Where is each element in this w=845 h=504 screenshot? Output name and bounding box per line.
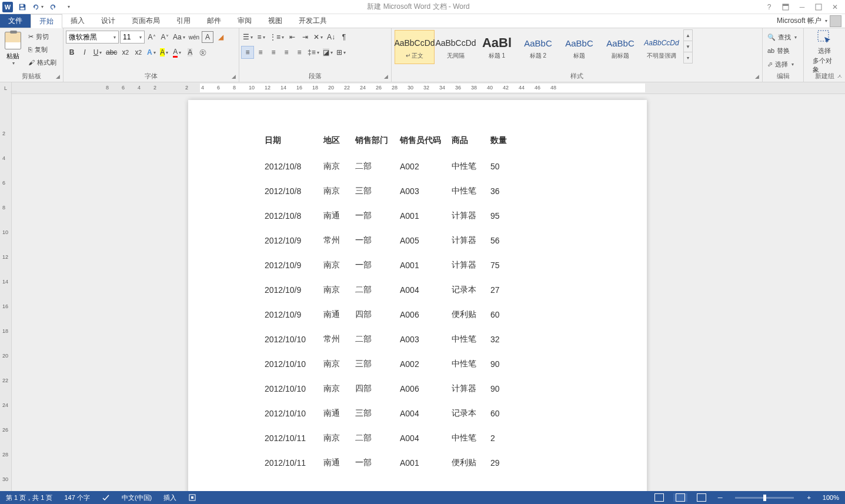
enclose-char-button[interactable]: ㊛ <box>197 46 209 58</box>
bold-button[interactable]: B <box>66 46 78 58</box>
text-direction-button[interactable]: ✕▾ <box>312 31 324 43</box>
account-button[interactable]: Microsoft 帐户 ▾ <box>773 14 845 28</box>
underline-button[interactable]: U▾ <box>92 46 103 58</box>
qat-customize-button[interactable]: ▾ <box>61 1 75 14</box>
multilevel-button[interactable]: ⋮≡▾ <box>268 31 285 43</box>
page-indicator[interactable]: 第 1 页，共 1 页 <box>4 493 55 502</box>
style-item-4[interactable]: AaBbC标题 <box>559 30 599 64</box>
collapse-ribbon-button[interactable]: ㅅ <box>837 72 843 81</box>
find-button[interactable]: 🔍查找▾ <box>765 31 801 44</box>
font-color-button[interactable]: A▾ <box>171 46 183 58</box>
close-button[interactable]: ✕ <box>827 1 843 14</box>
macro-button[interactable] <box>186 493 199 502</box>
minimize-button[interactable]: ─ <box>794 1 810 14</box>
copy-button[interactable]: ⎘复制 <box>26 44 59 55</box>
strikethrough-button[interactable]: abc <box>105 46 118 58</box>
undo-button[interactable]: ▾ <box>31 1 45 14</box>
style-item-1[interactable]: AaBbCcDd无间隔 <box>436 30 476 64</box>
phonetic-button[interactable]: wén <box>188 31 201 43</box>
subscript-button[interactable]: x2 <box>119 46 131 58</box>
document-scroll[interactable]: 日期地区销售部门销售员代码商品数量 2012/10/8南京二部A002中性笔50… <box>12 94 845 491</box>
superscript-button[interactable]: x2 <box>132 46 144 58</box>
tab-home[interactable]: 开始 <box>31 14 62 28</box>
styles-launcher[interactable]: ◢ <box>753 73 760 80</box>
font-size-combo[interactable]: 11▾ <box>120 31 145 44</box>
replace-button[interactable]: ab替换 <box>765 44 801 57</box>
zoom-slider[interactable] <box>735 497 794 499</box>
highlight-button[interactable]: A▾ <box>158 46 170 58</box>
increase-indent-button[interactable]: ⇥ <box>299 31 311 43</box>
tab-insert[interactable]: 插入 <box>62 14 93 28</box>
clear-formatting-button[interactable]: ◢ <box>215 31 226 43</box>
text-effects-button[interactable]: A▾ <box>145 46 157 58</box>
tab-layout[interactable]: 页面布局 <box>123 14 168 28</box>
style-item-3[interactable]: AaBbC标题 2 <box>518 30 558 64</box>
tab-view[interactable]: 视图 <box>260 14 290 28</box>
help-button[interactable]: ? <box>761 1 777 14</box>
styles-scroll[interactable]: ▲▼▾ <box>683 29 693 64</box>
zoom-out-button[interactable]: ─ <box>716 494 725 501</box>
language-indicator[interactable]: 中文(中国) <box>119 493 154 502</box>
select-objects-button[interactable]: 选择 多个对象 <box>813 32 836 71</box>
style-item-0[interactable]: AaBbCcDd↵ 正文 <box>395 30 435 64</box>
char-shading-button[interactable]: A <box>184 46 196 58</box>
view-web-button[interactable] <box>694 493 709 502</box>
ribbon-display-button[interactable] <box>778 1 793 14</box>
paste-button[interactable]: 粘贴 ▾ <box>2 29 24 71</box>
spellcheck-button[interactable] <box>99 493 112 502</box>
view-print-button[interactable] <box>673 493 687 502</box>
clipboard-launcher[interactable]: ◢ <box>54 73 61 80</box>
save-button[interactable] <box>15 1 29 14</box>
change-case-button[interactable]: Aa▾ <box>172 31 186 43</box>
style-item-2[interactable]: AaBl标题 1 <box>477 30 517 64</box>
redo-button[interactable] <box>46 1 60 14</box>
distributed-button[interactable]: ≡ <box>293 46 305 58</box>
italic-button[interactable]: I <box>79 46 91 58</box>
word-count[interactable]: 147 个字 <box>62 493 92 502</box>
sort-button[interactable]: A↓ <box>325 31 337 43</box>
ribbon: 粘贴 ▾ ✂剪切 ⎘复制 🖌格式刷 剪贴板 ◢ 微软雅黑▾ 11▾ A˄ A˅ … <box>0 28 845 82</box>
page[interactable]: 日期地区销售部门销售员代码商品数量 2012/10/8南京二部A002中性笔50… <box>188 100 647 491</box>
read-view-icon <box>654 493 664 502</box>
grow-font-button[interactable]: A˄ <box>146 31 158 43</box>
font-launcher[interactable]: ◢ <box>230 73 237 80</box>
font-name-combo[interactable]: 微软雅黑▾ <box>66 31 119 44</box>
style-item-6[interactable]: AaBbCcDd不明显强调 <box>642 30 682 64</box>
table-row: 2012/10/9南通四部A006便利贴60 <box>265 302 514 327</box>
shrink-font-button[interactable]: A˅ <box>159 31 171 43</box>
ruler-horizontal[interactable]: L 86422468101214161820222426283032343638… <box>0 82 845 94</box>
maximize-button[interactable] <box>811 1 826 14</box>
format-painter-button[interactable]: 🖌格式刷 <box>26 56 59 68</box>
zoom-level[interactable]: 100% <box>820 494 841 501</box>
numbering-button[interactable]: ≡▾ <box>255 31 267 43</box>
tab-file[interactable]: 文件 <box>0 14 31 28</box>
line-spacing-button[interactable]: ‡≡▾ <box>306 46 320 58</box>
tab-review[interactable]: 审阅 <box>229 14 260 28</box>
align-center-button[interactable]: ≡ <box>255 46 266 58</box>
select-button[interactable]: ⬀选择▾ <box>765 58 801 71</box>
bullets-button[interactable]: ☰▾ <box>242 31 254 43</box>
ruler-vertical[interactable]: 24681012141618202224262830 <box>0 94 12 491</box>
show-marks-button[interactable]: ¶ <box>338 31 350 43</box>
paste-icon <box>5 32 21 49</box>
align-left-button[interactable]: ≡ <box>242 46 253 58</box>
shading-button[interactable]: ◪▾ <box>322 46 334 58</box>
zoom-in-button[interactable]: + <box>804 494 813 501</box>
cut-button[interactable]: ✂剪切 <box>26 31 59 42</box>
insert-mode[interactable]: 插入 <box>161 493 179 502</box>
char-border-button[interactable]: A <box>202 31 213 43</box>
tab-design[interactable]: 设计 <box>93 14 123 28</box>
paragraph-launcher[interactable]: ◢ <box>382 73 389 80</box>
style-item-5[interactable]: AaBbC副标题 <box>600 30 640 64</box>
tab-developer[interactable]: 开发工具 <box>290 14 335 28</box>
table-row: 2012/10/9南京一部A001计算器75 <box>265 253 514 278</box>
table-row: 2012/10/8南京三部A003中性笔36 <box>265 179 514 203</box>
ruler-corner: L <box>0 82 12 94</box>
decrease-indent-button[interactable]: ⇤ <box>286 31 298 43</box>
align-right-button[interactable]: ≡ <box>268 46 279 58</box>
tab-mailings[interactable]: 邮件 <box>199 14 229 28</box>
view-read-button[interactable] <box>652 493 666 502</box>
borders-button[interactable]: ⊞▾ <box>335 46 347 58</box>
tab-references[interactable]: 引用 <box>168 14 199 28</box>
justify-button[interactable]: ≡ <box>280 46 292 58</box>
